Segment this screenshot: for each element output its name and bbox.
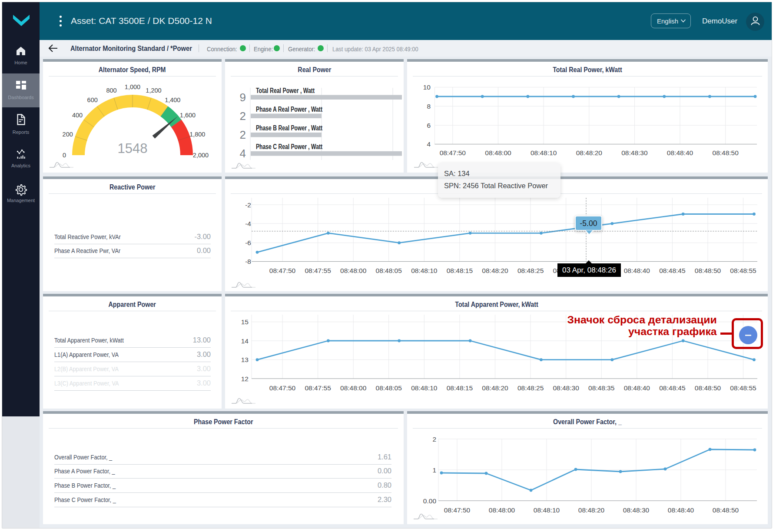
svg-text:08:48:35: 08:48:35 — [588, 384, 614, 392]
svg-text:200: 200 — [63, 131, 73, 138]
svg-text:08:47:50: 08:47:50 — [269, 384, 296, 392]
svg-text:08:48:40: 08:48:40 — [668, 506, 694, 514]
svg-text:2: 2 — [432, 436, 436, 443]
svg-text:Total Real Power , Watt: Total Real Power , Watt — [256, 87, 315, 94]
svg-text:-6: -6 — [245, 239, 251, 246]
svg-text:08:48:25: 08:48:25 — [517, 267, 544, 274]
svg-text:1: 1 — [432, 466, 436, 474]
svg-text:08:48:10: 08:48:10 — [534, 506, 560, 514]
svg-text:0.00: 0.00 — [423, 497, 437, 505]
svg-text:08:48:10: 08:48:10 — [411, 384, 438, 392]
svg-text:08:47:50: 08:47:50 — [440, 149, 466, 156]
svg-text:1,000: 1,000 — [125, 83, 140, 90]
svg-text:08:47:55: 08:47:55 — [305, 384, 331, 392]
svg-text:8: 8 — [427, 103, 431, 110]
svg-text:2: 2 — [240, 128, 246, 141]
svg-text:08:48:40: 08:48:40 — [667, 149, 693, 156]
svg-text:2: 2 — [240, 110, 246, 123]
svg-text:9: 9 — [240, 91, 246, 104]
svg-text:08:48:15: 08:48:15 — [447, 384, 473, 392]
svg-text:08:48:55: 08:48:55 — [730, 267, 756, 274]
svg-text:1,400: 1,400 — [165, 96, 180, 103]
svg-text:4: 4 — [240, 147, 246, 160]
svg-text:1,800: 1,800 — [189, 131, 205, 138]
svg-text:08:48:30: 08:48:30 — [623, 506, 650, 514]
svg-text:-8: -8 — [245, 258, 251, 265]
svg-text:08:48:45: 08:48:45 — [659, 267, 685, 274]
svg-text:08:48:10: 08:48:10 — [531, 149, 557, 156]
svg-text:08:48:05: 08:48:05 — [376, 267, 402, 274]
svg-text:Phase C Real Power , Watt: Phase C Real Power , Watt — [256, 143, 323, 150]
svg-text:08:48:50: 08:48:50 — [713, 506, 739, 514]
svg-text:10: 10 — [423, 83, 431, 91]
svg-text:08:48:05: 08:48:05 — [376, 384, 402, 392]
svg-text:08:48:40: 08:48:40 — [624, 384, 650, 392]
svg-text:0: 0 — [63, 152, 66, 159]
svg-text:08:48:30: 08:48:30 — [621, 149, 648, 156]
svg-text:Phase A Real Power , Watt: Phase A Real Power , Watt — [256, 106, 323, 113]
svg-text:600: 600 — [87, 96, 98, 103]
svg-text:08:48:20: 08:48:20 — [578, 506, 605, 514]
svg-text:08:48:20: 08:48:20 — [482, 267, 508, 274]
svg-text:-4: -4 — [245, 220, 251, 227]
svg-text:15: 15 — [241, 318, 249, 326]
svg-text:1,600: 1,600 — [180, 112, 196, 119]
svg-text:08:48:50: 08:48:50 — [695, 384, 721, 392]
svg-text:08:48:20: 08:48:20 — [576, 149, 603, 156]
svg-text:08:48:00: 08:48:00 — [340, 267, 367, 274]
svg-text:08:48:15: 08:48:15 — [447, 267, 473, 274]
svg-text:08:48:00: 08:48:00 — [485, 149, 511, 156]
svg-text:800: 800 — [106, 87, 116, 94]
svg-text:08:48:50: 08:48:50 — [695, 267, 721, 274]
svg-text:1548: 1548 — [118, 141, 148, 156]
svg-text:2,000: 2,000 — [193, 152, 209, 159]
svg-text:Phase B Real Power , Watt: Phase B Real Power , Watt — [256, 124, 323, 132]
svg-text:08:48:30: 08:48:30 — [553, 384, 579, 392]
svg-text:08:48:55: 08:48:55 — [730, 384, 756, 392]
svg-text:6: 6 — [427, 122, 431, 129]
svg-text:08:48:40: 08:48:40 — [624, 267, 650, 274]
svg-text:08:48:25: 08:48:25 — [517, 384, 544, 392]
svg-text:1,200: 1,200 — [146, 87, 161, 94]
svg-text:08:48:45: 08:48:45 — [659, 384, 685, 392]
svg-text:08:48:20: 08:48:20 — [482, 384, 508, 392]
svg-text:12: 12 — [241, 375, 249, 382]
svg-text:08:48:50: 08:48:50 — [713, 149, 739, 156]
svg-text:13: 13 — [241, 356, 249, 363]
svg-text:08:48:00: 08:48:00 — [489, 506, 515, 514]
svg-text:08:47:50: 08:47:50 — [269, 267, 296, 274]
svg-text:08:47:50: 08:47:50 — [444, 506, 471, 514]
svg-text:14: 14 — [241, 337, 249, 345]
svg-text:-2: -2 — [245, 201, 251, 209]
svg-text:4: 4 — [427, 140, 431, 148]
svg-text:08:48:10: 08:48:10 — [411, 267, 438, 274]
svg-text:400: 400 — [72, 112, 83, 119]
svg-text:08:47:55: 08:47:55 — [305, 267, 331, 274]
svg-text:08:48:00: 08:48:00 — [340, 384, 367, 392]
